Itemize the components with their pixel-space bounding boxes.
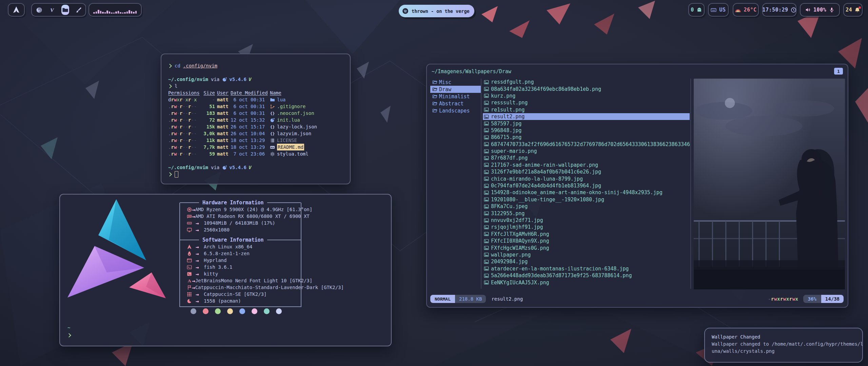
image-icon: [484, 93, 489, 98]
workspace-paintbrush[interactable]: [75, 5, 82, 15]
prompt-chevron: [167, 64, 172, 68]
file-item[interactable]: EeNKYgIUcAAJ5JX.png: [483, 279, 690, 286]
image-icon: [484, 176, 489, 181]
ls-row: drwxr-xr-x-matt 6 oct 00:31lua: [168, 96, 343, 103]
ls-row: .rw-r--r--72matt12 oct 15:32init.lua: [168, 117, 343, 123]
microphone-icon: [829, 7, 834, 13]
image-icon: [484, 266, 489, 271]
folder-icon: [432, 101, 437, 106]
keyboard-layout: US: [719, 7, 726, 13]
file-item[interactable]: 68747470733a2f2f696d616765732d7769786d70…: [483, 141, 690, 148]
file-item[interactable]: FXfcII0X0AQyn9X.png: [483, 238, 690, 244]
temperature: 26°C: [744, 7, 756, 13]
info-value: AMD ATI Radeon RX 6800/6800 XT / 6900 XT: [195, 214, 310, 219]
prompt-chevron: [167, 84, 172, 88]
file-item[interactable]: re1sult.png: [483, 106, 690, 113]
file-item[interactable]: kurz.png: [483, 93, 690, 99]
file-item[interactable]: 217167-sad-anime-rain-wallpaper.png: [483, 162, 690, 168]
via-label: via: [211, 76, 219, 83]
file-item[interactable]: 8FKa7Cu.jpeg: [483, 203, 690, 210]
keyboard-layout-widget[interactable]: US: [708, 3, 729, 17]
sidebar-dir-landscapes[interactable]: Landscapes: [430, 107, 481, 114]
cava-bar: [120, 12, 121, 14]
media-player-widget[interactable]: thrown - on the verge: [399, 5, 474, 17]
file-item[interactable]: 154928-odinokoe_anime-art-anime-okno-sin…: [483, 189, 690, 196]
file-item[interactable]: 866715.png: [483, 134, 690, 141]
updates-widget[interactable]: 0: [688, 3, 705, 17]
folder-icon: [432, 80, 437, 85]
sidebar-dir-draw[interactable]: Draw: [430, 86, 481, 93]
image-icon: [484, 190, 489, 195]
panel-divider: [690, 79, 691, 289]
status-perms: -rwxrwxrwx: [768, 296, 798, 302]
mode-badge: NORMAL: [430, 295, 455, 303]
fetch-prompt[interactable]: ~: [67, 324, 74, 339]
svg-text:{}: {}: [270, 111, 275, 116]
terminal-window[interactable]: cd .config/nvim ~/.config/nvim via v5.4.…: [161, 54, 351, 184]
file-item[interactable]: chica-mirando-la-luna-8799.jpg: [483, 175, 690, 182]
file-item[interactable]: 0c794faf07de24a4db4d4fb1eb813964.jpg: [483, 182, 690, 189]
sidebar-dir-abstract[interactable]: Abstract: [430, 100, 481, 107]
prompt-chevron: [67, 333, 71, 338]
clock-icon: [791, 7, 796, 13]
arch-icon: [187, 244, 196, 249]
file-item[interactable]: result2.png: [483, 113, 690, 120]
clock-widget[interactable]: 17:50:29: [762, 3, 796, 17]
workspace-firefox[interactable]: [35, 5, 43, 15]
folder-icon: [432, 87, 437, 92]
file-item[interactable]: 587597.jpg: [483, 120, 690, 127]
file-item[interactable]: 596848.jpg: [483, 127, 690, 134]
workspace-vim[interactable]: V: [48, 5, 56, 15]
gear-icon: [270, 151, 275, 157]
file-item[interactable]: 5a266e448add93deab367d87173e9f25-6837886…: [483, 272, 690, 279]
image-icon: [484, 197, 489, 202]
cava-bar: [135, 11, 137, 14]
notification-popup[interactable]: Wallpaper Changed Wallpaper changed to /…: [704, 328, 863, 363]
arrow-icon: [192, 284, 195, 291]
cava-bar: [122, 13, 124, 14]
weather-widget[interactable]: 26°C: [733, 3, 759, 17]
image-icon: [484, 128, 489, 133]
file-item[interactable]: FXfcJlTXgAMvH6R.png: [483, 231, 690, 238]
cava-bar: [115, 12, 117, 14]
software-rows: Arch Linux x86_646.5.8-zen1-1-zenHyprlan…: [180, 243, 301, 304]
spotify-icon: [402, 8, 409, 14]
info-value: Catppuccin-SE [GTK2/3]: [204, 291, 267, 297]
fastfetch-window[interactable]: Hardware Information AMD Ryzen 9 5900X (…: [59, 194, 392, 346]
file-manager-window[interactable]: ~/Imagenes/Wallpapers/Draw 1 MiscDrawMin…: [426, 64, 848, 308]
file-item[interactable]: atardecer-en-la-montanas-ilustracion-634…: [483, 265, 690, 272]
audio-widget[interactable]: 100%: [800, 3, 840, 17]
app-launcher-button[interactable]: [8, 3, 25, 17]
file-item[interactable]: 87r687df.png: [483, 155, 690, 161]
sidebar-dir-minimalist[interactable]: Minimalist: [430, 93, 481, 100]
file-item[interactable]: rsjqojlmjhf91.jpg: [483, 224, 690, 230]
system-info-box: Hardware Information AMD Ryzen 9 5900X (…: [179, 203, 301, 307]
file-item[interactable]: resssult.png: [483, 99, 690, 106]
folder-icon: [432, 108, 437, 113]
terminal-command-line: l: [168, 83, 343, 89]
pacman-icon: [187, 299, 196, 304]
notifications-widget[interactable]: 24: [843, 3, 863, 17]
image-icon: [484, 239, 489, 244]
cava-bar: [98, 10, 99, 14]
file-item[interactable]: nnvuv0xj2df71.jpg: [483, 217, 690, 224]
sidebar-dir-misc[interactable]: Misc: [430, 79, 481, 86]
file-item[interactable]: 3122955.png: [483, 210, 690, 217]
cursor-position: 14/38: [821, 295, 844, 303]
image-icon: [484, 107, 489, 112]
terminal-prompt-line[interactable]: [168, 171, 343, 178]
file-item[interactable]: 19201080-__blue-tinge__-1920×1080.jpg: [483, 196, 690, 203]
cava-bar: [93, 12, 95, 14]
file-item[interactable]: wallpaper.png: [483, 251, 690, 258]
workspace-folder[interactable]: [61, 5, 69, 15]
file-item[interactable]: 08a634fa02a32364f69ebc86a98eb1eb.png: [483, 85, 690, 92]
tab-badge[interactable]: 1: [834, 68, 843, 75]
file-item[interactable]: 3126f7e9bbf21a8a4af0b67b041c6e26.jpg: [483, 168, 690, 175]
file-item[interactable]: 20492984.jpg: [483, 258, 690, 265]
ls-row: .rw-r--r--51matt 6 oct 00:31.gitignore: [168, 103, 343, 110]
file-item[interactable]: FXfcHgcWIAMzs0G.png: [483, 244, 690, 251]
file-item[interactable]: super-mario.png: [483, 148, 690, 155]
cava-bar: [106, 11, 108, 14]
media-title: thrown - on the verge: [412, 8, 470, 14]
file-item[interactable]: ressdfgult.png: [483, 79, 690, 85]
